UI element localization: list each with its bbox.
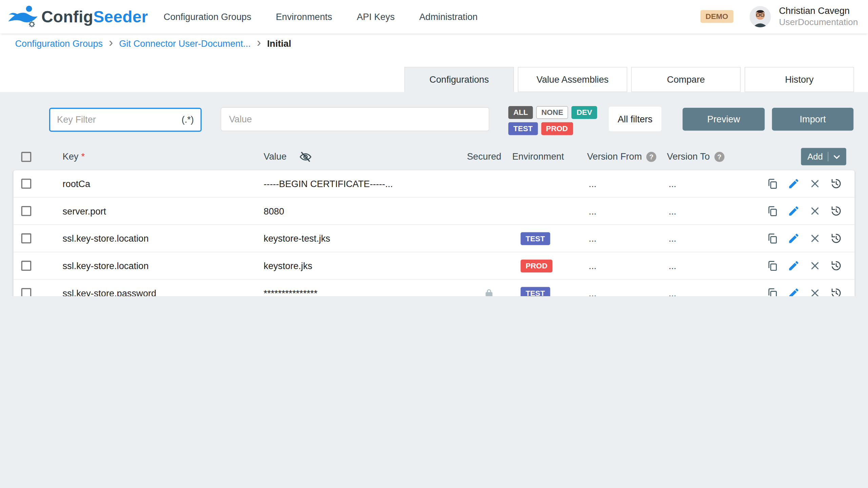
- row-version-to: ...: [667, 170, 739, 197]
- brand-name-secondary: Seeder: [93, 7, 148, 25]
- help-icon[interactable]: ?: [714, 151, 725, 162]
- nav-item-api-keys[interactable]: API Keys: [357, 12, 395, 22]
- edit-button[interactable]: [788, 260, 800, 272]
- nav-item-environments[interactable]: Environments: [276, 12, 332, 22]
- row-checkbox[interactable]: [21, 206, 32, 216]
- row-secured: [460, 280, 512, 296]
- edit-button[interactable]: [788, 205, 800, 217]
- help-icon[interactable]: ?: [646, 151, 656, 162]
- column-header-version-to-cell: Version To ?: [667, 143, 739, 170]
- row-secured: [460, 225, 512, 252]
- row-value: keystore-test.jks: [264, 225, 460, 252]
- env-chip-prod[interactable]: PROD: [541, 122, 573, 135]
- history-button[interactable]: [830, 260, 842, 272]
- history-button[interactable]: [830, 232, 842, 244]
- app-logo[interactable]: ConfigSeeder: [8, 4, 148, 29]
- row-value: -----BEGIN CERTIFICATE-----...: [264, 170, 460, 197]
- row-environment: [512, 198, 587, 224]
- table-row: server.port8080......: [14, 198, 855, 225]
- value-filter-input[interactable]: [221, 107, 489, 131]
- required-marker: *: [81, 151, 85, 162]
- row-version-to: ...: [667, 252, 739, 279]
- row-checkbox[interactable]: [21, 288, 32, 296]
- column-header-secured: Secured: [467, 151, 501, 162]
- copy-button[interactable]: [766, 205, 778, 217]
- row-checkbox[interactable]: [21, 179, 32, 189]
- copy-button[interactable]: [766, 287, 778, 296]
- tab-value-assemblies[interactable]: Value Assemblies: [518, 67, 627, 92]
- env-chip-all[interactable]: ALL: [508, 106, 533, 119]
- edit-button[interactable]: [788, 178, 800, 190]
- edit-button[interactable]: [788, 232, 800, 244]
- row-version-from: ...: [587, 170, 667, 197]
- tab-configurations[interactable]: Configurations: [405, 67, 514, 92]
- row-key: ssl.key-store.location: [63, 225, 264, 252]
- add-button[interactable]: Add: [801, 148, 846, 165]
- breadcrumb: Configuration Groups›Git Connector User-…: [15, 36, 291, 51]
- environment-badge: PROD: [520, 259, 552, 272]
- row-environment: TEST: [512, 280, 587, 296]
- tab-history[interactable]: History: [745, 67, 854, 92]
- env-chip-none[interactable]: NONE: [536, 106, 568, 119]
- delete-button[interactable]: [809, 205, 821, 217]
- table-row: rootCa-----BEGIN CERTIFICATE-----.......…: [14, 170, 855, 198]
- delete-button[interactable]: [809, 287, 821, 296]
- all-filters-button[interactable]: All filters: [609, 107, 662, 131]
- breadcrumb-item-git-connector-user-document[interactable]: Git Connector User-Document...: [119, 38, 251, 49]
- table-body: rootCa-----BEGIN CERTIFICATE-----.......…: [14, 170, 855, 296]
- row-checkbox[interactable]: [21, 261, 32, 271]
- avatar[interactable]: [749, 6, 771, 27]
- row-version-to: ...: [667, 225, 739, 252]
- lock-icon: [483, 287, 495, 296]
- env-chip-test[interactable]: TEST: [508, 122, 538, 135]
- column-header-version-from-cell: Version From ?: [587, 143, 667, 170]
- env-chip-dev[interactable]: DEV: [572, 106, 597, 119]
- history-button[interactable]: [830, 178, 842, 190]
- row-checkbox[interactable]: [21, 233, 32, 244]
- copy-button[interactable]: [766, 260, 778, 272]
- import-button[interactable]: Import: [772, 108, 854, 131]
- row-secured: [460, 170, 512, 197]
- breadcrumb-item-configuration-groups[interactable]: Configuration Groups: [15, 38, 102, 49]
- row-secured: [460, 252, 512, 279]
- tab-compare[interactable]: Compare: [631, 67, 741, 92]
- column-header-version-from: Version From: [587, 151, 642, 162]
- top-navbar: ConfigSeeder Configuration GroupsEnviron…: [0, 0, 868, 34]
- edit-button[interactable]: [788, 287, 800, 296]
- chevron-down-icon[interactable]: [833, 155, 840, 159]
- copy-button[interactable]: [766, 232, 778, 244]
- nav-item-configuration-groups[interactable]: Configuration Groups: [164, 12, 251, 22]
- column-header-key-cell: Key *: [63, 143, 264, 170]
- row-version-to: ...: [667, 198, 739, 224]
- preview-button[interactable]: Preview: [683, 108, 765, 131]
- table-header: Key * Value Secured Environment Version …: [14, 143, 855, 170]
- configseeder-logo-icon: [8, 4, 38, 29]
- breadcrumb-item-initial: Initial: [267, 38, 291, 49]
- nav-item-administration[interactable]: Administration: [419, 12, 477, 22]
- column-header-key: Key: [63, 151, 79, 162]
- environment-badge: TEST: [520, 287, 550, 296]
- row-actions: [739, 280, 854, 296]
- demo-badge: DEMO: [701, 10, 733, 23]
- row-environment: TEST: [512, 225, 587, 252]
- brand-name-primary: Config: [41, 7, 93, 25]
- history-button[interactable]: [830, 287, 842, 296]
- select-all-checkbox[interactable]: [21, 151, 32, 162]
- key-filter-regex-suffix: (.*): [181, 115, 194, 125]
- row-version-from: ...: [587, 280, 667, 296]
- row-actions: [739, 198, 854, 224]
- breadcrumb-separator-icon: ›: [109, 37, 113, 49]
- table-row: ssl.key-store.password***************TES…: [14, 280, 855, 296]
- history-button[interactable]: [830, 205, 842, 217]
- brand-name: ConfigSeeder: [41, 7, 148, 26]
- copy-button[interactable]: [766, 178, 778, 190]
- delete-button[interactable]: [809, 178, 821, 190]
- user-menu[interactable]: Christian Cavegn UserDocumentation: [779, 5, 858, 29]
- delete-button[interactable]: [809, 232, 821, 244]
- delete-button[interactable]: [809, 260, 821, 272]
- user-tenant: UserDocumentation: [779, 17, 858, 28]
- key-filter-input[interactable]: [57, 115, 177, 125]
- column-header-secured-cell: Secured: [460, 143, 512, 170]
- primary-nav: Configuration GroupsEnvironmentsAPI Keys…: [164, 12, 478, 22]
- value-visibility-toggle-icon[interactable]: [299, 150, 312, 163]
